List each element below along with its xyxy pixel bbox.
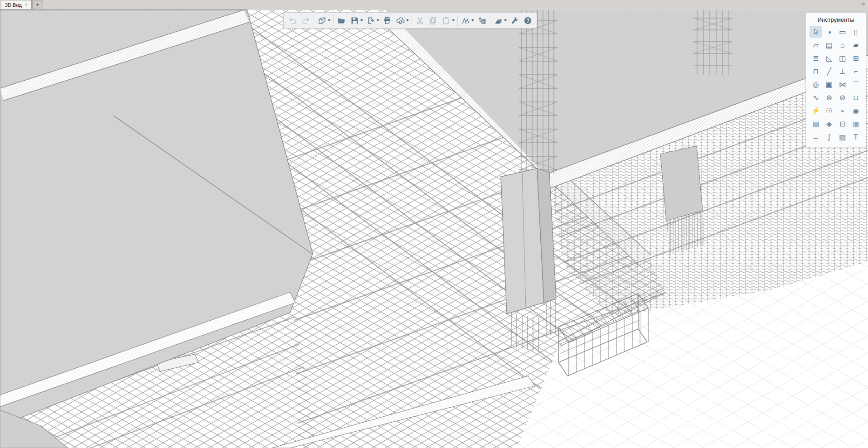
equipment-icon: ▣: [826, 81, 833, 88]
opening-icon: ▤: [826, 42, 833, 49]
stair-tool[interactable]: ≣: [810, 53, 822, 64]
text-icon: T: [853, 134, 858, 141]
fan-tool[interactable]: ⊛: [823, 92, 835, 103]
floor-icon: ▱: [813, 42, 819, 49]
spline-icon: ∫: [828, 134, 830, 141]
toolbar-separator: [333, 15, 334, 26]
camera-view-tool[interactable]: ⊡: [836, 118, 849, 130]
save-button[interactable]: [348, 14, 361, 27]
electrical-panel-icon: ▦: [812, 120, 819, 128]
electrical-device-icon: ⌁: [840, 107, 845, 115]
furniture-tool[interactable]: ⊓: [810, 66, 822, 77]
text-tool[interactable]: T: [849, 131, 862, 143]
line-icon: ╱: [827, 68, 831, 75]
cloud-sync-button[interactable]: [394, 14, 407, 27]
tab-3d-view[interactable]: 3D Вид ×: [1, 0, 32, 9]
wall-tool[interactable]: ▭: [836, 26, 849, 38]
export-dropdown-caret[interactable]: [377, 19, 379, 21]
view-tab-bar: 3D Вид × + ▽: [0, 0, 868, 10]
view-cube-button[interactable]: [315, 14, 329, 27]
roof-tool[interactable]: ⌂: [836, 39, 849, 51]
pipeline-icon: ∿: [813, 94, 819, 101]
electrical-panel-tool[interactable]: ▦: [810, 118, 822, 130]
far-column: [660, 146, 703, 221]
cut-button[interactable]: [413, 14, 427, 27]
materials-button[interactable]: [459, 14, 472, 27]
sheets-dropdown-caret[interactable]: [504, 19, 507, 21]
isolated-foundation-tool[interactable]: ⊥: [836, 66, 849, 77]
annotation-icon: ◑: [827, 29, 831, 36]
paste-button[interactable]: [440, 14, 453, 27]
electrical-device-tool[interactable]: ⌁: [836, 105, 849, 116]
duct-tool[interactable]: ⊘: [836, 92, 849, 103]
equipment-tool[interactable]: ▣: [823, 79, 835, 90]
quick-access-toolbar: [283, 12, 537, 29]
opening-tool[interactable]: ▤: [823, 39, 835, 51]
window-icon: ⊞: [853, 55, 859, 62]
wall-icon: ▭: [839, 29, 846, 36]
print-button[interactable]: [381, 14, 394, 27]
levels-button[interactable]: [475, 14, 489, 27]
floor-tool[interactable]: ▱: [810, 39, 822, 51]
beam-tool[interactable]: ▰: [849, 39, 862, 51]
redo-button[interactable]: [299, 14, 312, 27]
toolbar-separator: [490, 15, 490, 26]
plate-tool[interactable]: ▥: [849, 118, 862, 130]
valve-tool[interactable]: ⋈: [836, 79, 849, 90]
save-dropdown-caret[interactable]: [360, 19, 363, 21]
ramp-icon: ◺: [826, 55, 832, 62]
tools-palette-title: Инструменты: [806, 16, 866, 23]
dimension-icon: ↔: [812, 134, 820, 141]
view-cube-dropdown-caret[interactable]: [328, 19, 330, 21]
line-tool[interactable]: ╱: [823, 66, 835, 77]
select-tool[interactable]: [810, 26, 822, 38]
paste-dropdown-caret[interactable]: [452, 19, 455, 21]
viewport-3d[interactable]: Инструменты ◑ ▭ ▯ ▱ ▤ ⌂ ▰ ≣ ◺ ◫ ⊞ ⊓ ╱ ⊥ …: [0, 10, 868, 448]
socket-tool[interactable]: ◉: [849, 105, 862, 116]
tab-overflow-chevron-icon[interactable]: ▽: [862, 3, 865, 7]
viewport-3d-canvas[interactable]: [0, 10, 868, 448]
window-tool[interactable]: ⊞: [849, 53, 862, 64]
plate-icon: ▥: [853, 120, 859, 128]
new-tab-button[interactable]: +: [32, 0, 43, 9]
stair-icon: ≣: [813, 55, 819, 62]
settings-wrench-button[interactable]: [508, 14, 521, 27]
ramp-tool[interactable]: ◺: [823, 53, 835, 64]
materials-dropdown-caret[interactable]: [471, 19, 474, 21]
central-column: [501, 169, 556, 314]
copy-button[interactable]: [427, 14, 440, 27]
assembly-tool[interactable]: ◈: [823, 118, 835, 130]
pipe-fitting-tool[interactable]: ⌒: [849, 79, 862, 90]
sheets-button[interactable]: [492, 14, 505, 27]
camera-view-icon: ⊡: [839, 120, 845, 128]
spline-tool[interactable]: ∫: [823, 131, 835, 143]
wiring-tool[interactable]: ⚡: [810, 105, 822, 116]
tab-close-icon[interactable]: ×: [25, 3, 28, 7]
door-icon: ◫: [839, 55, 846, 62]
valve-icon: ⋈: [839, 81, 846, 88]
light-fixture-tool[interactable]: ☉: [823, 105, 835, 116]
strip-foundation-tool[interactable]: ⌐: [849, 66, 862, 77]
dimension-tool[interactable]: ↔: [810, 131, 822, 143]
hatch-tool[interactable]: ▨: [836, 131, 849, 143]
column-tool[interactable]: ▯: [849, 26, 862, 38]
socket-icon: ◉: [853, 107, 859, 115]
annotation-tool[interactable]: ◑: [823, 26, 835, 38]
wiring-icon: ⚡: [811, 107, 820, 115]
pipeline-tool[interactable]: ∿: [810, 92, 822, 103]
help-button[interactable]: [521, 14, 534, 27]
isolated-foundation-icon: ⊥: [839, 68, 846, 75]
cloud-sync-dropdown-caret[interactable]: [406, 19, 409, 21]
fan-icon: ⊛: [826, 94, 832, 101]
undo-button[interactable]: [286, 14, 299, 27]
door-tool[interactable]: ◫: [836, 53, 849, 64]
roof-icon: ⌂: [840, 42, 845, 49]
export-button[interactable]: [364, 14, 378, 27]
open-button[interactable]: [335, 14, 348, 27]
duct-fitting-tool[interactable]: ⊔: [849, 92, 862, 103]
application-window: 3D Вид × + ▽: [0, 0, 868, 448]
pipe-fitting-icon: ⌒: [852, 81, 859, 88]
furniture-icon: ⊓: [813, 68, 819, 75]
plumbing-fixture-tool[interactable]: ◎: [810, 79, 822, 90]
tools-palette: Инструменты ◑ ▭ ▯ ▱ ▤ ⌂ ▰ ≣ ◺ ◫ ⊞ ⊓ ╱ ⊥ …: [805, 12, 866, 147]
